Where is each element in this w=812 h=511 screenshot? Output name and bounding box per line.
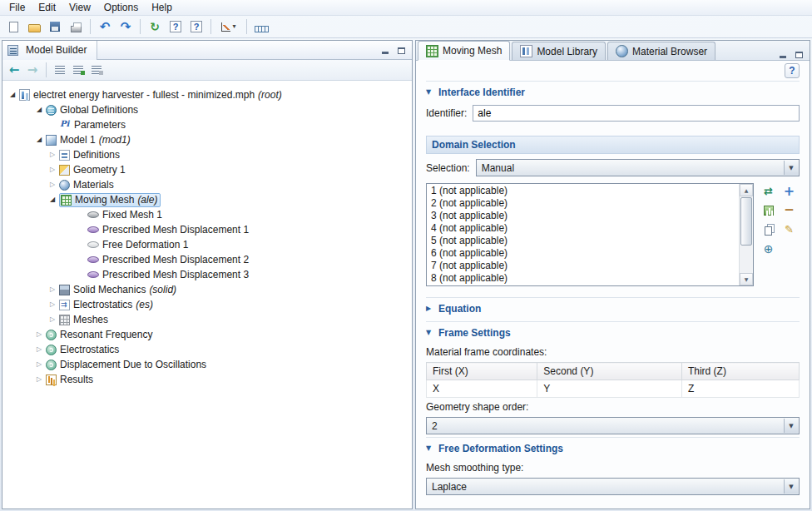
list-item[interactable]: 7 (not applicable) — [427, 260, 739, 272]
plot-button[interactable]: ▾ — [215, 17, 242, 36]
section-header-frame-settings[interactable]: ▼ Frame Settings — [426, 325, 800, 343]
settings-help-button[interactable]: ? — [785, 63, 800, 78]
new-file-button[interactable] — [3, 17, 23, 36]
menu-file[interactable]: File — [2, 1, 32, 14]
tree-collapsed-icon[interactable]: ▷ — [46, 312, 59, 327]
tree-item-prescribed-mesh-displacement-3[interactable]: Prescribed Mesh Displacement 3 — [2, 267, 412, 282]
help-toolbar-button[interactable]: ? — [166, 17, 186, 36]
undo-button[interactable]: ↶ — [95, 17, 115, 36]
maximize-button[interactable] — [793, 49, 805, 60]
tree-collapsed-icon[interactable]: ▷ — [46, 162, 59, 177]
update-solution-button[interactable]: ↻ — [145, 17, 165, 36]
scroll-track[interactable] — [740, 196, 753, 273]
zoom-to-selection-button[interactable]: ⊕ — [760, 241, 777, 256]
tree-item-meshes[interactable]: ▷ Meshes — [2, 312, 412, 327]
activate-selection-button[interactable]: ⇄ — [760, 183, 777, 199]
model-builder-tab[interactable]: Model Builder — [2, 41, 97, 60]
remove-from-selection-button[interactable]: − — [780, 202, 798, 218]
clear-selection-button[interactable]: ✎ — [780, 221, 798, 237]
tree-expanded-icon[interactable]: ◢ — [32, 132, 46, 147]
table-cell-y[interactable]: Y — [537, 380, 682, 398]
copy-selection-button[interactable] — [760, 221, 777, 237]
scroll-down-button[interactable]: ▼ — [740, 273, 753, 285]
domain-selection-list[interactable]: 1 (not applicable) 2 (not applicable) 3 … — [426, 183, 754, 286]
section-header-equation[interactable]: ▶ Equation — [426, 301, 800, 319]
tree-expanded-icon[interactable]: ◢ — [46, 192, 59, 207]
tree-collapsed-icon[interactable]: ▷ — [32, 327, 46, 342]
add-to-selection-button[interactable]: + — [780, 183, 798, 199]
tree-item-prescribed-mesh-displacement-1[interactable]: Prescribed Mesh Displacement 1 — [2, 222, 412, 237]
tree-item-definitions[interactable]: ▷ Definitions — [2, 147, 412, 162]
selection-combo[interactable]: Manual ▼ — [476, 159, 800, 176]
list-item[interactable]: 3 (not applicable) — [427, 210, 739, 222]
list-item[interactable]: 5 (not applicable) — [427, 235, 739, 247]
redo-button[interactable]: ↷ — [116, 17, 136, 36]
minimize-button[interactable] — [777, 49, 789, 60]
tab-moving-mesh[interactable]: Moving Mesh — [418, 41, 510, 61]
selected-tree-item[interactable]: Moving Mesh (ale) — [59, 193, 161, 207]
scroll-up-button[interactable]: ▲ — [740, 184, 753, 196]
tree-item-parameters[interactable]: Parameters — [2, 117, 412, 132]
save-button[interactable] — [45, 17, 65, 36]
menu-options[interactable]: Options — [97, 1, 145, 14]
show-options-button[interactable] — [52, 62, 68, 77]
open-button[interactable] — [24, 17, 44, 36]
collapse-all-button[interactable] — [70, 62, 87, 77]
tree-item-prescribed-mesh-displacement-2[interactable]: Prescribed Mesh Displacement 2 — [2, 252, 412, 267]
section-header-domain-selection[interactable]: Domain Selection — [426, 136, 800, 154]
tree-item-moving-mesh[interactable]: ◢ Moving Mesh (ale) — [2, 192, 412, 207]
tree-item-geometry-1[interactable]: ▷ Geometry 1 — [2, 162, 412, 177]
minimize-button[interactable] — [379, 45, 391, 56]
solid-mechanics-icon — [59, 285, 70, 295]
list-scrollbar[interactable]: ▲ ▼ — [739, 184, 753, 285]
tree-item-model-1[interactable]: ◢ Model 1 (mod1) — [2, 132, 412, 147]
section-header-free-deformation-settings[interactable]: ▼ Free Deformation Settings — [426, 441, 800, 459]
tab-material-browser[interactable]: Material Browser — [607, 42, 715, 60]
list-item[interactable]: 4 (not applicable) — [427, 222, 739, 235]
print-button[interactable] — [66, 17, 86, 36]
tree-item-electrostatics-study[interactable]: ▷ Electrostatics — [2, 342, 412, 357]
geometry-shape-order-combo[interactable]: 2 ▼ — [426, 417, 800, 434]
measure-button[interactable] — [251, 17, 271, 36]
tree-item-resonant-frequency[interactable]: ▷ Resonant Frequency — [2, 327, 412, 342]
menu-edit[interactable]: Edit — [32, 1, 62, 14]
tree-item-fixed-mesh-1[interactable]: Fixed Mesh 1 — [2, 207, 412, 222]
list-item[interactable]: 2 (not applicable) — [427, 197, 739, 210]
mesh-smoothing-type-combo[interactable]: Laplace ▼ — [426, 478, 800, 495]
tree-collapsed-icon[interactable]: ▷ — [46, 297, 59, 312]
tree-collapsed-icon[interactable]: ▷ — [46, 282, 59, 297]
tree-collapsed-icon[interactable]: ▷ — [32, 372, 46, 387]
back-button[interactable]: ← — [6, 62, 22, 77]
tree-item-electrostatics-es[interactable]: ▷ Electrostatics (es) — [2, 297, 412, 312]
forward-button[interactable]: → — [24, 62, 41, 77]
documentation-button[interactable]: ? — [186, 17, 206, 36]
tree-item-global-definitions[interactable]: ◢ Global Definitions — [2, 102, 412, 117]
tree-item-solid-mechanics[interactable]: ▷ Solid Mechanics (solid) — [2, 282, 412, 297]
list-item[interactable]: 8 (not applicable) — [427, 272, 739, 285]
list-item[interactable]: 6 (not applicable) — [427, 247, 739, 260]
material-browser-icon — [616, 45, 628, 57]
expand-all-button[interactable] — [88, 62, 105, 77]
tree-collapsed-icon[interactable]: ▷ — [32, 342, 46, 357]
tree-item-results[interactable]: ▷ Results — [2, 372, 412, 387]
tree-collapsed-icon[interactable]: ▷ — [46, 177, 59, 192]
tree-collapsed-icon[interactable]: ▷ — [32, 357, 46, 372]
maximize-button[interactable] — [395, 45, 407, 56]
list-item[interactable]: 1 (not applicable) — [427, 185, 739, 197]
identifier-input[interactable] — [473, 105, 800, 122]
table-cell-x[interactable]: X — [427, 380, 537, 398]
menu-view[interactable]: View — [62, 1, 97, 14]
tree-item-free-deformation-1[interactable]: Free Deformation 1 — [2, 237, 412, 252]
table-cell-z[interactable]: Z — [681, 380, 799, 398]
paste-selection-button[interactable] — [760, 202, 777, 218]
tree-expanded-icon[interactable]: ◢ — [6, 87, 19, 102]
tree-item-root[interactable]: ◢ electret energy harvester - fullest - … — [2, 87, 412, 102]
scroll-thumb[interactable] — [740, 197, 752, 246]
tree-item-displacement-due-to-oscillations[interactable]: ▷ Displacement Due to Oscillations — [2, 357, 412, 372]
menu-help[interactable]: Help — [145, 1, 179, 14]
tree-expanded-icon[interactable]: ◢ — [32, 102, 46, 117]
tab-model-library[interactable]: Model Library — [512, 42, 606, 60]
section-header-interface-identifier[interactable]: ▼ Interface Identifier — [426, 85, 800, 102]
tree-item-materials[interactable]: ▷ Materials — [2, 177, 412, 192]
tree-collapsed-icon[interactable]: ▷ — [46, 147, 59, 162]
